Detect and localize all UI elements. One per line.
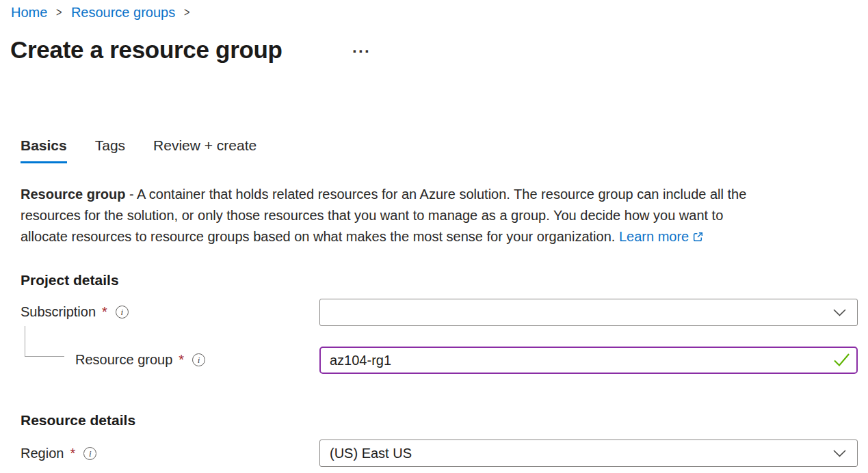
description-line-1: Resource group - A container that holds … — [21, 184, 862, 205]
external-link-icon — [692, 228, 704, 249]
tab-review-create[interactable]: Review + create — [153, 137, 257, 163]
region-dropdown[interactable]: (US) East US — [319, 440, 858, 467]
breadcrumb-home[interactable]: Home — [11, 4, 47, 21]
region-label: Region — [21, 446, 64, 461]
project-details-heading: Project details — [21, 272, 119, 288]
description-bold-term: Resource group — [21, 187, 125, 202]
subscription-dropdown[interactable] — [319, 299, 858, 326]
info-icon[interactable]: i — [116, 306, 129, 319]
tree-connector — [25, 326, 64, 357]
valid-checkmark-icon — [833, 353, 850, 368]
chevron-down-icon — [833, 450, 846, 457]
subscription-label: Subscription — [21, 304, 96, 320]
tab-tags[interactable]: Tags — [95, 137, 125, 163]
subscription-label-row: Subscription * i — [21, 304, 129, 320]
required-asterisk: * — [70, 446, 75, 461]
description-line-2: resources for the solution, or only thos… — [21, 205, 862, 226]
resource-details-heading: Resource details — [21, 412, 135, 429]
resource-group-field — [319, 347, 858, 374]
learn-more-link[interactable]: Learn more — [619, 229, 689, 244]
region-value: (US) East US — [330, 446, 412, 461]
breadcrumb: Home > Resource groups > — [11, 4, 191, 21]
required-asterisk: * — [102, 304, 107, 320]
breadcrumb-resource-groups[interactable]: Resource groups — [71, 4, 175, 21]
create-resource-group-page: Home > Resource groups > Create a resour… — [0, 0, 868, 473]
info-icon[interactable]: i — [83, 447, 96, 460]
wizard-tabs: Basics Tags Review + create — [21, 137, 285, 163]
resource-group-label-row: Resource group * i — [75, 352, 205, 368]
required-asterisk: * — [179, 352, 184, 368]
tab-basics[interactable]: Basics — [21, 137, 67, 163]
page-title: Create a resource group — [10, 36, 282, 64]
breadcrumb-separator-icon: > — [56, 4, 62, 21]
more-menu-icon[interactable]: ··· — [352, 41, 371, 62]
chevron-down-icon — [833, 309, 846, 316]
breadcrumb-separator-icon: > — [184, 4, 189, 21]
description-line-3: allocate resources to resource groups ba… — [21, 226, 862, 247]
info-icon[interactable]: i — [192, 353, 205, 366]
description-text: Resource group - A container that holds … — [21, 184, 862, 247]
resource-group-input[interactable] — [319, 347, 858, 374]
region-label-row: Region * i — [21, 446, 96, 461]
resource-group-label: Resource group — [75, 352, 172, 368]
